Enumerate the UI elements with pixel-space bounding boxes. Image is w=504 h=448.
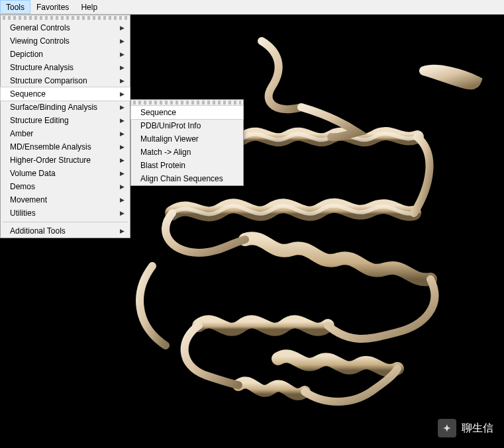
tools-dropdown: General Controls ▶ Viewing Controls ▶ De… <box>0 15 130 238</box>
menu-structure-analysis[interactable]: Structure Analysis ▶ <box>1 61 130 74</box>
menu-item-label: Surface/Binding Analysis <box>10 103 97 112</box>
tearoff-handle[interactable] <box>133 101 241 105</box>
menu-tools[interactable]: Tools <box>0 0 30 14</box>
menu-item-label: Viewing Controls <box>10 36 70 46</box>
menu-surface-binding[interactable]: Surface/Binding Analysis ▶ <box>1 101 130 114</box>
submenu-arrow-icon: ▶ <box>120 228 125 234</box>
menu-item-label: Movement <box>10 195 47 204</box>
menu-general-controls[interactable]: General Controls ▶ <box>1 21 130 34</box>
menu-favorites[interactable]: Favorites <box>30 0 75 14</box>
menu-separator <box>3 222 128 222</box>
submenu-pdb-uniprot[interactable]: PDB/UniProt Info <box>131 119 243 132</box>
menu-additional-tools[interactable]: Additional Tools ▶ <box>1 224 130 238</box>
submenu-arrow-icon: ▶ <box>120 77 125 84</box>
menu-item-label: General Controls <box>10 23 70 32</box>
submenu-arrow-icon: ▶ <box>120 197 125 203</box>
watermark: ✦ 聊生信 <box>438 419 493 437</box>
menu-item-label: Demos <box>10 182 35 191</box>
watermark-text: 聊生信 <box>462 422 493 435</box>
submenu-arrow-icon: ▶ <box>120 24 125 31</box>
menu-item-label: Higher-Order Structure <box>10 156 91 165</box>
menu-viewing-controls[interactable]: Viewing Controls ▶ <box>1 34 130 48</box>
menu-structure-comparison[interactable]: Structure Comparison ▶ <box>1 74 130 87</box>
menu-item-label: Match -> Align <box>140 148 191 157</box>
submenu-multalign[interactable]: Multalign Viewer <box>131 132 243 146</box>
menu-item-label: PDB/UniProt Info <box>140 121 201 130</box>
submenu-arrow-icon: ▶ <box>120 130 125 137</box>
sequence-submenu: Sequence PDB/UniProt Info Multalign View… <box>130 99 244 186</box>
menu-sequence[interactable]: Sequence ▶ <box>1 87 130 101</box>
watermark-icon: ✦ <box>438 419 456 437</box>
menu-help[interactable]: Help <box>75 0 103 14</box>
menu-depiction[interactable]: Depiction ▶ <box>1 48 130 61</box>
submenu-arrow-icon: ▶ <box>120 117 125 124</box>
menu-higher-order[interactable]: Higher-Order Structure ▶ <box>1 154 130 167</box>
menu-item-label: Structure Editing <box>10 116 69 125</box>
submenu-arrow-icon: ▶ <box>120 210 125 216</box>
menu-item-label: Amber <box>10 129 33 138</box>
submenu-arrow-icon: ▶ <box>120 51 125 58</box>
menu-demos[interactable]: Demos ▶ <box>1 180 130 193</box>
tearoff-handle[interactable] <box>3 16 128 20</box>
submenu-arrow-icon: ▶ <box>120 170 125 177</box>
submenu-arrow-icon: ▶ <box>120 38 125 44</box>
menu-volume-data[interactable]: Volume Data ▶ <box>1 167 130 180</box>
submenu-sequence[interactable]: Sequence <box>131 106 243 119</box>
menu-utilities[interactable]: Utilities ▶ <box>1 206 130 220</box>
menu-structure-editing[interactable]: Structure Editing ▶ <box>1 114 130 127</box>
menu-item-label: Blast Protein <box>140 161 185 170</box>
submenu-arrow-icon: ▶ <box>120 183 125 190</box>
menu-item-label: Additional Tools <box>10 226 66 236</box>
submenu-align-chain[interactable]: Align Chain Sequences <box>131 172 243 185</box>
menu-item-label: Multalign Viewer <box>140 134 199 144</box>
submenu-blast[interactable]: Blast Protein <box>131 159 243 172</box>
menu-item-label: Depiction <box>10 50 43 59</box>
menu-item-label: Volume Data <box>10 169 56 178</box>
menu-amber[interactable]: Amber ▶ <box>1 127 130 140</box>
menu-item-label: Sequence <box>140 108 176 117</box>
submenu-arrow-icon: ▶ <box>120 64 125 71</box>
menu-md-ensemble[interactable]: MD/Ensemble Analysis ▶ <box>1 140 130 154</box>
menubar: Tools Favorites Help <box>0 0 504 15</box>
submenu-arrow-icon: ▶ <box>120 144 125 150</box>
menu-item-label: Utilities <box>10 208 36 218</box>
submenu-match-align[interactable]: Match -> Align <box>131 146 243 159</box>
submenu-arrow-icon: ▶ <box>120 157 125 163</box>
submenu-arrow-icon: ▶ <box>120 91 125 97</box>
submenu-arrow-icon: ▶ <box>120 104 125 111</box>
menu-item-label: Align Chain Sequences <box>140 174 223 183</box>
menu-movement[interactable]: Movement ▶ <box>1 193 130 206</box>
menu-item-label: Structure Comparison <box>10 76 87 85</box>
menu-item-label: Structure Analysis <box>10 63 74 72</box>
menu-item-label: Sequence <box>10 89 46 99</box>
menu-item-label: MD/Ensemble Analysis <box>10 142 91 152</box>
